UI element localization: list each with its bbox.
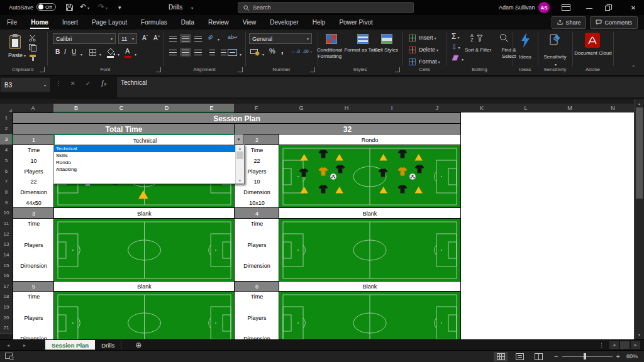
increase-decimal-icon[interactable]: ←.0 — [292, 49, 300, 53]
row-header[interactable]: 11 — [0, 218, 13, 229]
orientation-icon[interactable]: ab — [206, 33, 214, 41]
paste-icon[interactable] — [9, 33, 21, 50]
row-header[interactable]: 18 — [0, 291, 13, 302]
bold-button[interactable]: B — [55, 48, 60, 55]
dropdown-scrollbar[interactable]: ▲ ▼ — [235, 145, 244, 184]
row-header[interactable]: 7 — [0, 176, 13, 187]
save-icon[interactable] — [65, 3, 74, 11]
row-header[interactable]: 12 — [0, 229, 13, 239]
ribbon-display-options-icon[interactable] — [562, 4, 570, 11]
dropdown-item-skills[interactable]: Skills — [54, 152, 236, 159]
font-size-select[interactable]: 11▾ — [118, 33, 137, 44]
tabbar-splitter[interactable]: ⋮ — [599, 342, 604, 348]
empty-cells-area[interactable] — [460, 112, 634, 339]
name-box[interactable]: B3▾ — [0, 77, 50, 92]
increase-font-icon[interactable]: Aˆ — [142, 35, 148, 41]
format-as-table-icon[interactable] — [357, 34, 369, 44]
tab-insert[interactable]: Insert — [55, 15, 85, 30]
row-header[interactable]: 16 — [0, 270, 13, 282]
fill-icon[interactable]: ⇩▾ — [452, 43, 460, 50]
dimension-label-cell[interactable]: Dimension — [235, 187, 279, 198]
time-label-cell[interactable]: Time — [13, 219, 54, 229]
row-header[interactable]: 13 — [0, 239, 13, 250]
comments-button[interactable]: Comments — [590, 16, 638, 29]
accounting-chevron-icon[interactable]: ▾ — [262, 52, 264, 57]
close-button[interactable]: ✕ — [624, 0, 643, 15]
column-header-d[interactable]: D — [144, 104, 190, 113]
zoom-slider[interactable] — [562, 353, 613, 359]
tab-view[interactable]: View — [236, 15, 264, 30]
accessibility-status-icon[interactable] — [5, 353, 14, 360]
accounting-format-icon[interactable] — [250, 48, 260, 56]
players-value-cell[interactable]: 22 — [13, 177, 54, 187]
dimension-label-cell[interactable]: Dimension — [235, 261, 279, 272]
row-header[interactable]: 14 — [0, 250, 13, 261]
underline-chevron-icon[interactable]: ▾ — [80, 52, 82, 57]
zoom-level[interactable]: 80% — [626, 353, 638, 359]
tab-help[interactable]: Help — [306, 15, 333, 30]
paste-button[interactable]: Paste▾ — [8, 52, 26, 58]
row-header[interactable]: 21 — [0, 322, 13, 334]
players-label-cell[interactable]: Players — [13, 312, 54, 323]
scroll-down-icon[interactable]: ▾ — [635, 331, 644, 338]
dimension-value-cell[interactable]: 10x10 — [235, 197, 279, 208]
cancel-entry-icon[interactable]: ✕ — [70, 80, 75, 87]
drill-5-field[interactable] — [53, 291, 235, 339]
align-bottom-icon[interactable] — [192, 34, 204, 43]
column-header-h[interactable]: H — [324, 104, 370, 113]
sensitivity-chevron-icon[interactable]: ▾ — [555, 62, 557, 67]
column-header-g[interactable]: G — [279, 104, 325, 113]
name-box-splitter[interactable]: ⋮ — [55, 80, 62, 87]
sort-filter-button[interactable]: Sort & Filter — [464, 47, 492, 53]
avatar[interactable]: AS — [538, 2, 550, 13]
column-header-e[interactable]: E — [189, 104, 235, 113]
page-break-view-button[interactable] — [531, 352, 545, 361]
drill-6-field[interactable] — [279, 291, 461, 339]
wrap-text-icon[interactable]: ab↵ — [228, 34, 238, 40]
collapse-ribbon-icon[interactable]: ⌃ — [631, 65, 636, 70]
font-color-chevron-icon[interactable]: ▾ — [135, 52, 136, 57]
minimize-button[interactable]: — — [580, 0, 599, 15]
delete-cells-button[interactable]: Delete▾ — [419, 47, 438, 53]
time-value-cell[interactable]: 10 — [13, 156, 54, 167]
column-header-n[interactable]: N — [592, 104, 635, 113]
tab-file[interactable]: File — [0, 15, 24, 30]
number-format-select[interactable]: General▾ — [249, 33, 312, 44]
drill-3-field[interactable] — [53, 218, 235, 282]
clear-chevron-icon[interactable]: ▾ — [462, 57, 464, 62]
align-right-icon[interactable] — [192, 48, 204, 57]
column-header-f[interactable]: F — [234, 104, 279, 113]
borders-chevron-icon[interactable]: ▾ — [99, 52, 101, 57]
players-label-cell[interactable]: Players — [13, 166, 54, 177]
row-header[interactable]: 20 — [0, 312, 13, 323]
scroll-down-icon[interactable]: ▼ — [236, 177, 244, 184]
tab-power-pivot[interactable]: Power Pivot — [332, 15, 379, 30]
decrease-indent-icon[interactable] — [206, 48, 218, 57]
dimension-value-cell[interactable]: 44x50 — [13, 197, 54, 208]
comma-style-icon[interactable]: , — [281, 46, 284, 55]
h-scrollbar-thumb[interactable] — [620, 341, 630, 349]
insert-function-icon[interactable]: ƒx — [101, 80, 106, 87]
document-cloud-button[interactable]: Document Cloud — [571, 50, 615, 57]
confirm-entry-icon[interactable]: ✓ — [86, 80, 91, 87]
players-label-cell[interactable]: Players — [13, 239, 54, 250]
drill-2-field[interactable] — [279, 145, 461, 209]
column-header-a[interactable]: A — [13, 104, 54, 113]
row-header[interactable]: 3 — [0, 134, 13, 145]
time-label-cell[interactable]: Time — [235, 292, 279, 302]
italic-button[interactable]: I — [64, 48, 66, 55]
clear-icon[interactable] — [452, 55, 459, 61]
cut-icon[interactable] — [29, 35, 36, 41]
row-header[interactable]: 1 — [0, 112, 13, 124]
scroll-up-icon[interactable]: ▴ — [635, 99, 644, 107]
scroll-right-icon[interactable]: ▸ — [631, 341, 640, 349]
clipboard-dialog-launcher[interactable] — [40, 67, 45, 72]
row-header[interactable]: 5 — [0, 155, 13, 167]
align-left-icon[interactable] — [167, 48, 179, 57]
align-top-icon[interactable] — [167, 34, 179, 43]
row-header[interactable]: 10 — [0, 207, 13, 219]
decrease-font-icon[interactable]: A˅ — [153, 35, 160, 41]
ideas-button[interactable]: Ideas — [513, 54, 538, 60]
prev-sheet-icon[interactable]: ◂ — [0, 343, 16, 348]
column-header-k[interactable]: K — [460, 104, 504, 113]
